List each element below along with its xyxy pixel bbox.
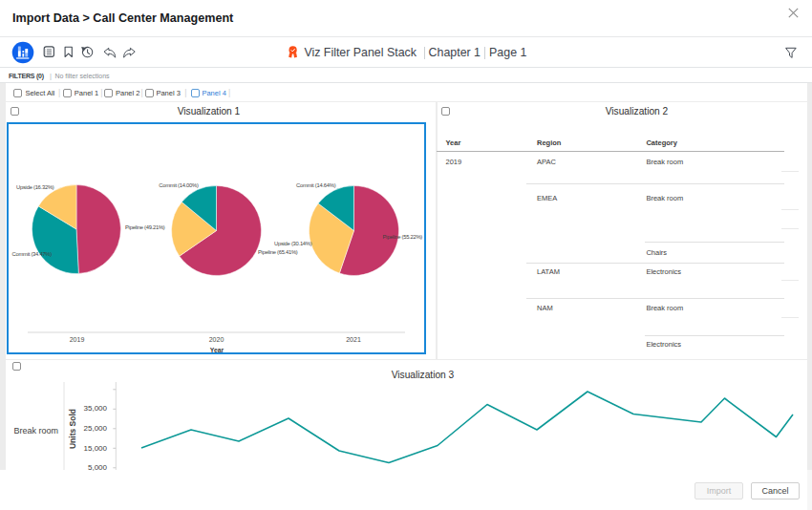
svg-text:Commit (14.00%): Commit (14.00%) — [159, 182, 199, 188]
svg-text:Commit (34.47%): Commit (34.47%) — [12, 251, 53, 257]
svg-text:2020: 2020 — [209, 336, 224, 343]
svg-text:Commit (14.64%): Commit (14.64%) — [296, 182, 336, 188]
svg-text:Upside (30.14%): Upside (30.14%) — [274, 241, 312, 246]
svg-text:Pipeline (65.41%): Pipeline (65.41%) — [258, 249, 298, 255]
svg-text:Pipeline (49.21%): Pipeline (49.21%) — [125, 224, 165, 230]
svg-text:2019: 2019 — [70, 336, 85, 343]
svg-text:Pipeline (55.22%): Pipeline (55.22%) — [383, 234, 423, 240]
svg-text:2021: 2021 — [346, 336, 361, 343]
svg-text:Upside (16.32%): Upside (16.32%) — [16, 184, 54, 190]
svg-text:Year: Year — [210, 347, 224, 353]
